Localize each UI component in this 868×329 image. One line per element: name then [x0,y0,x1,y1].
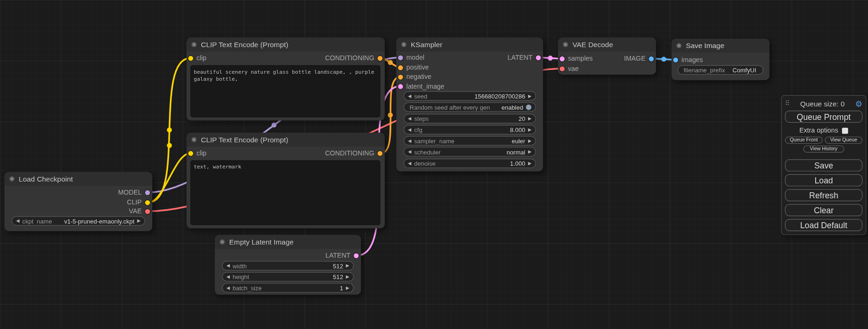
widget-width[interactable]: ◀ width 512 ▶ [222,261,353,270]
node-empty-latent-image[interactable]: Empty Latent Image LATENT ◀ width 512 ▶ … [215,235,361,295]
collapse-dot-icon[interactable] [677,43,682,48]
widget-height[interactable]: ◀ height 512 ▶ [222,272,353,281]
node-title: Empty Latent Image [229,238,294,246]
view-history-button[interactable]: View History [803,146,844,153]
arrow-left-icon[interactable]: ◀ [16,217,19,225]
arrow-right-icon[interactable]: ▶ [137,217,141,225]
collapse-dot-icon[interactable] [191,137,197,142]
clip-output-dot[interactable] [145,200,150,205]
latent-output-dot[interactable] [536,55,541,60]
widget-label: seed [414,92,427,99]
model-output-dot[interactable] [145,190,150,195]
arrow-left-icon[interactable]: ◀ [408,126,411,134]
widget-control-after-generate[interactable]: Random seed after every gen enabled [403,102,536,112]
node-clip-text-encode-positive[interactable]: CLIP Text Encode (Prompt) clip CONDITION… [187,38,385,121]
widget-cfg[interactable]: ◀ cfg 8.000 ▶ [403,125,536,134]
latent-input-dot[interactable] [398,84,403,89]
extra-options-checkbox[interactable] [842,127,848,133]
widget-batch-size[interactable]: ◀ batch_size 1 ▶ [222,283,353,293]
conditioning-output-dot[interactable] [378,151,383,156]
node-title-bar[interactable]: CLIP Text Encode (Prompt) [187,38,385,52]
node-title-bar[interactable]: VAE Decode [558,38,656,52]
arrow-left-icon[interactable]: ◀ [408,92,411,100]
widget-value: 512 [333,262,343,269]
collapse-dot-icon[interactable] [402,42,407,47]
arrow-left-icon[interactable]: ◀ [226,284,230,292]
arrow-right-icon[interactable]: ▶ [528,92,531,100]
clear-button[interactable]: Clear [785,204,862,216]
collapse-dot-icon[interactable] [563,42,568,47]
widget-label: filename_prefix [684,67,725,73]
toggle-dot[interactable] [526,104,531,110]
arrow-right-icon[interactable]: ▶ [346,261,349,270]
prompt-text-input[interactable]: text, watermark [191,161,381,225]
latent-output-dot[interactable] [354,253,359,258]
arrow-left-icon[interactable]: ◀ [408,147,411,156]
slot-label: positive [406,63,429,71]
widget-scheduler[interactable]: ◀ scheduler normal ▶ [403,147,536,156]
view-queue-button[interactable]: View Queue [825,137,863,144]
widget-sampler-name[interactable]: ◀ sampler_name euler ▶ [403,136,536,145]
node-title-bar[interactable]: Empty Latent Image [215,235,361,249]
node-title-bar[interactable]: Save Image [671,39,769,53]
extra-options-label: Extra options [799,126,838,134]
load-default-button[interactable]: Load Default [785,219,862,231]
collapse-dot-icon[interactable] [9,176,14,182]
node-load-checkpoint[interactable]: Load Checkpoint MODEL CLIP VAE ◀ ckpt_na… [4,172,152,231]
widget-value: 20 [518,115,525,122]
node-clip-text-encode-negative[interactable]: CLIP Text Encode (Prompt) clip CONDITION… [187,133,385,228]
input-slot-clip: clip [188,54,206,63]
save-button[interactable]: Save [785,159,862,171]
output-slot-vae: VAE [129,207,150,216]
widget-steps[interactable]: ◀ steps 20 ▶ [403,114,536,123]
clip-input-dot[interactable] [188,151,193,156]
arrow-left-icon[interactable]: ◀ [226,261,230,270]
arrow-right-icon[interactable]: ▶ [528,147,531,156]
arrow-right-icon[interactable]: ▶ [346,284,349,292]
widget-filename-prefix[interactable]: filename_prefix ComfyUI [677,65,763,75]
negative-input-dot[interactable] [398,74,403,79]
graph-canvas[interactable]: Load Checkpoint MODEL CLIP VAE ◀ ckpt_na… [0,0,868,329]
node-title-bar[interactable]: Load Checkpoint [4,172,152,186]
slot-label: VAE [129,207,141,215]
arrow-right-icon[interactable]: ▶ [528,137,531,145]
drag-handle-icon[interactable]: ⠿ [785,100,790,106]
clip-input-dot[interactable] [188,56,193,61]
vae-input-dot[interactable] [560,66,565,71]
arrow-right-icon[interactable]: ▶ [346,273,349,281]
arrow-right-icon[interactable]: ▶ [528,126,531,134]
widget-label: denoise [414,160,436,167]
model-input-dot[interactable] [398,55,403,60]
settings-gear-icon[interactable]: ⚙ [855,99,862,108]
arrow-left-icon[interactable]: ◀ [408,159,411,168]
arrow-left-icon[interactable]: ◀ [408,114,411,123]
image-output-dot[interactable] [649,56,654,61]
positive-input-dot[interactable] [398,65,403,70]
images-input-dot[interactable] [673,57,678,63]
conditioning-output-dot[interactable] [378,56,383,61]
samples-input-dot[interactable] [560,56,565,61]
arrow-right-icon[interactable]: ▶ [528,159,531,168]
widget-denoise[interactable]: ◀ denoise 1.000 ▶ [403,159,536,168]
collapse-dot-icon[interactable] [220,239,225,245]
prompt-text-input[interactable]: beautiful scenery nature glass bottle la… [191,65,381,117]
vae-output-dot[interactable] [145,209,150,214]
queue-front-button[interactable]: Queue Front [785,137,823,144]
arrow-left-icon[interactable]: ◀ [408,137,411,145]
node-title-bar[interactable]: CLIP Text Encode (Prompt) [187,133,385,147]
node-title-bar[interactable]: KSampler [396,38,543,52]
widget-seed[interactable]: ◀ seed 156680208700286 ▶ [403,91,536,101]
arrow-left-icon[interactable]: ◀ [226,273,230,281]
node-ksampler[interactable]: KSampler model positive negative latent_… [396,38,543,172]
node-title: Save Image [686,42,724,50]
collapse-dot-icon[interactable] [191,42,197,47]
load-button[interactable]: Load [785,174,862,186]
node-save-image[interactable]: Save Image images filename_prefix ComfyU… [671,39,769,80]
queue-prompt-button[interactable]: Queue Prompt [785,111,862,123]
slot-label: LATENT [508,54,533,62]
refresh-button[interactable]: Refresh [785,189,862,201]
node-vae-decode[interactable]: VAE Decode samples vae IMAGE [558,38,656,75]
widget-label: Random seed after every gen [409,104,490,110]
arrow-right-icon[interactable]: ▶ [528,114,531,123]
widget-ckpt-name[interactable]: ◀ ckpt_name v1-5-pruned-emaonly.ckpt ▶ [12,216,145,225]
